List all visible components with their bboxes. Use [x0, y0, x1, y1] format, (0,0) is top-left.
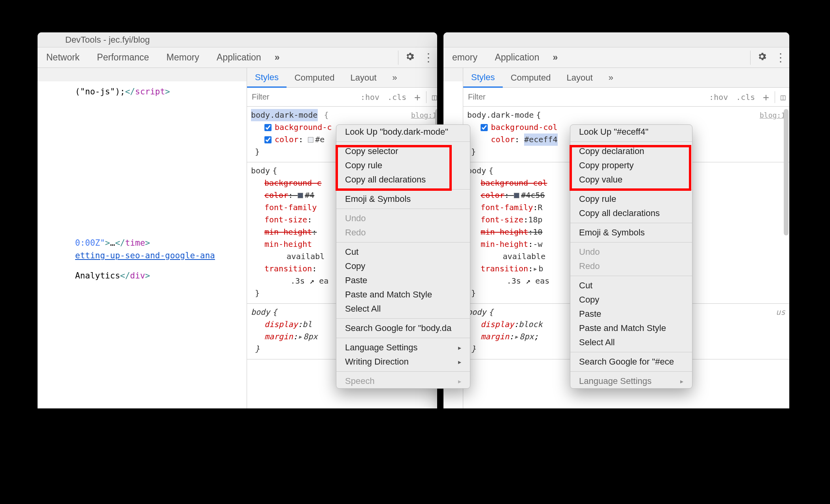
cm-undo: Undo [570, 245, 692, 259]
decl-checkbox[interactable] [264, 136, 272, 143]
cm-copy-rule[interactable]: Copy rule [336, 158, 470, 173]
new-rule-button[interactable]: + [759, 91, 773, 103]
tab-memory[interactable]: Memory [158, 52, 208, 63]
tab-application[interactable]: Application [208, 52, 270, 63]
cls-toggle[interactable]: .cls [732, 92, 759, 102]
more-menu-icon[interactable]: ⋮ [419, 51, 437, 64]
cm-copy-rule[interactable]: Copy rule [570, 192, 692, 206]
cm-lookup[interactable]: Look Up "body.dark-mode" [336, 125, 470, 139]
source-link[interactable]: blog:1 [411, 110, 437, 121]
styles-tabs-right: Styles Computed Layout » [463, 68, 789, 88]
cm-search-google[interactable]: Search Google for "#ece [570, 355, 692, 369]
color-swatch-icon[interactable] [308, 137, 313, 143]
new-rule-button[interactable]: + [410, 91, 424, 103]
cm-language-settings[interactable]: Language Settings [570, 374, 692, 388]
elements-highlight-row[interactable] [38, 68, 247, 81]
selector-text[interactable]: body.dark-mode [251, 109, 318, 121]
cm-cut[interactable]: Cut [336, 245, 470, 259]
tab-network[interactable]: Network [38, 52, 88, 63]
code-analytics-line[interactable]: Analytics</div> [38, 269, 247, 282]
cls-toggle[interactable]: .cls [383, 92, 410, 102]
tab-layout[interactable]: Layout [558, 68, 600, 87]
more-menu-icon[interactable]: ⋮ [771, 51, 789, 64]
tab-styles-more[interactable]: » [601, 68, 621, 87]
scrollbar-thumb[interactable] [784, 109, 788, 235]
cm-paste-match[interactable]: Paste and Match Style [570, 321, 692, 335]
decl-checkbox[interactable] [481, 124, 488, 131]
titlebar-right-empty [443, 32, 789, 47]
cm-paste[interactable]: Paste [336, 273, 470, 288]
cm-writing-direction[interactable]: Writing Direction [336, 355, 470, 369]
cm-select-all[interactable]: Select All [336, 302, 470, 316]
cm-paste-match[interactable]: Paste and Match Style [336, 288, 470, 302]
tab-layout[interactable]: Layout [342, 68, 384, 87]
cm-copy-selector[interactable]: Copy selector [336, 144, 470, 158]
cm-redo: Redo [336, 226, 470, 240]
window-titlebar: DevTools - jec.fyi/blog [38, 32, 437, 47]
cm-emoji[interactable]: Emoji & Symbols [570, 226, 692, 240]
tab-performance[interactable]: Performance [88, 52, 158, 63]
sidebar-toggle-icon[interactable]: ◫ [428, 92, 437, 102]
cm-speech[interactable]: Speech [336, 374, 470, 388]
hov-toggle[interactable]: :hov [357, 92, 383, 102]
settings-gear-icon[interactable] [401, 51, 419, 64]
cm-copy-all-decl[interactable]: Copy all declarations [570, 206, 692, 220]
cm-lookup[interactable]: Look Up "#eceff4" [570, 125, 692, 139]
elements-panel: ("no-js");</script> 0:00Z">…</time> etti… [38, 68, 247, 408]
filter-input[interactable] [463, 92, 705, 102]
code-link-line[interactable]: etting-up-seo-and-google-ana [38, 249, 247, 262]
decl-checkbox[interactable] [264, 124, 272, 131]
tab-styles-more[interactable]: » [385, 68, 405, 87]
cm-copy-all-decl[interactable]: Copy all declarations [336, 173, 470, 187]
cm-copy[interactable]: Copy [570, 293, 692, 307]
cm-paste[interactable]: Paste [570, 307, 692, 321]
cm-search-google[interactable]: Search Google for "body.da [336, 321, 470, 335]
code-script-close[interactable]: ("no-js");</script> [38, 85, 247, 98]
window-title: DevTools - jec.fyi/blog [65, 35, 150, 45]
color-swatch-icon[interactable] [298, 193, 303, 198]
toolbar-separator [398, 51, 398, 65]
main-toolbar: Network Performance Memory Application »… [38, 47, 437, 68]
cm-copy[interactable]: Copy [336, 259, 470, 273]
settings-gear-icon[interactable] [753, 51, 771, 64]
cm-select-all[interactable]: Select All [570, 335, 692, 350]
cm-copy-value[interactable]: Copy value [570, 173, 692, 187]
hov-toggle[interactable]: :hov [705, 92, 732, 102]
filter-input[interactable] [247, 92, 357, 102]
styles-tabs: Styles Computed Layout » [247, 68, 437, 88]
tab-computed[interactable]: Computed [503, 68, 559, 87]
tab-styles[interactable]: Styles [247, 68, 287, 88]
ua-source-label: us [776, 306, 785, 318]
cm-undo: Undo [336, 211, 470, 226]
selector-text[interactable]: body.dark-mode [467, 109, 534, 121]
tab-more-right[interactable]: » [548, 52, 562, 63]
main-toolbar-right: emory Application » ⋮ [443, 47, 789, 68]
context-menu-selector[interactable]: Look Up "body.dark-mode" Copy selector C… [336, 124, 470, 389]
color-swatch-icon[interactable] [514, 193, 519, 198]
context-menu-value[interactable]: Look Up "#eceff4" Copy declaration Copy … [570, 124, 692, 389]
cm-language-settings[interactable]: Language Settings [336, 340, 470, 355]
filter-row: :hov .cls + ◫ [247, 88, 437, 107]
color-value-highlighted[interactable]: #eceff4 [524, 134, 557, 146]
filter-row-right: :hov .cls + ◫ [463, 88, 789, 107]
cm-emoji[interactable]: Emoji & Symbols [336, 192, 470, 206]
cm-copy-property[interactable]: Copy property [570, 158, 692, 173]
tab-more[interactable]: » [270, 52, 285, 63]
selector-text[interactable]: body [251, 306, 270, 318]
tab-computed[interactable]: Computed [287, 68, 343, 87]
tab-application-right[interactable]: Application [486, 52, 548, 63]
cm-redo: Redo [570, 259, 692, 273]
cm-copy-declaration[interactable]: Copy declaration [570, 144, 692, 158]
selector-text[interactable]: body [251, 165, 270, 177]
tab-memory-partial[interactable]: emory [443, 52, 486, 63]
code-time-line[interactable]: 0:00Z">…</time> [38, 237, 247, 250]
source-link[interactable]: blog:1 [760, 110, 785, 121]
cm-cut[interactable]: Cut [570, 278, 692, 293]
sidebar-toggle-icon[interactable]: ◫ [777, 92, 789, 102]
tab-styles[interactable]: Styles [463, 68, 503, 88]
